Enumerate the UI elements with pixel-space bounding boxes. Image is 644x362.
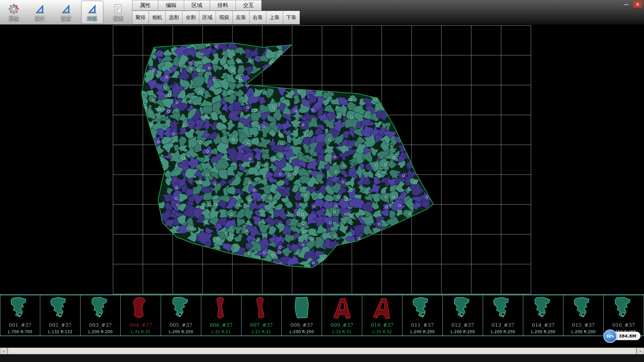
piece-thumbnail-9[interactable]: 009_#37L:32 R:31 bbox=[322, 295, 362, 336]
piece-id-label: 014_#37 bbox=[523, 322, 563, 328]
piece-shape bbox=[487, 295, 519, 321]
piece-lr-label: L:200 R:200 bbox=[483, 329, 523, 334]
piece-lr-label: L:200 R:200 bbox=[564, 329, 603, 334]
tool-align-left[interactable]: 左靠 bbox=[233, 11, 250, 24]
tab-attributes[interactable]: 属性 bbox=[132, 0, 158, 11]
tool-region[interactable]: 区域 bbox=[199, 11, 216, 24]
design-icon bbox=[35, 3, 45, 15]
piece-lr-label: L:200 R:200 bbox=[402, 329, 442, 334]
piece-id-label: 002_#37 bbox=[40, 322, 80, 328]
piece-thumbnail-strip: 001_#37L:700 R:700002_#37L:132 R:132003_… bbox=[0, 294, 644, 336]
memory-value: 384.8M bbox=[619, 334, 636, 339]
gear-icon bbox=[8, 3, 19, 15]
piece-thumbnail-10[interactable]: 010_#37L:33 R:32 bbox=[362, 295, 402, 336]
piece-shape bbox=[44, 295, 76, 321]
piece-id-label: 013_#37 bbox=[483, 322, 523, 328]
piece-shape bbox=[164, 294, 198, 321]
piece-id-label: 001_#37 bbox=[0, 322, 40, 328]
tool-defect[interactable]: 瑕疵 bbox=[216, 11, 233, 24]
mode-label-design: 设计 bbox=[35, 15, 45, 22]
memory-badge: 38% 384.8M bbox=[606, 331, 641, 340]
piece-thumbnail-5[interactable]: 005_#37L:200 R:200 bbox=[161, 295, 201, 336]
piece-thumbnail-1[interactable]: 001_#37L:700 R:700 bbox=[0, 295, 40, 336]
tab-edit[interactable]: 编辑 bbox=[158, 0, 184, 11]
tool-align-right[interactable]: 右靠 bbox=[250, 11, 266, 24]
piece-lr-label: L:200 R:200 bbox=[80, 329, 120, 334]
piece-id-label: 006_#37 bbox=[201, 322, 241, 328]
tab-nesting[interactable]: 排料 bbox=[210, 0, 236, 11]
piece-shape bbox=[366, 295, 399, 321]
tool-cut-all[interactable]: 全割 bbox=[182, 11, 199, 24]
piece-lr-label: L:132 R:132 bbox=[40, 329, 80, 334]
mode-label-system: 系统 bbox=[9, 15, 19, 22]
mode-button-design[interactable]: 设计 bbox=[29, 1, 51, 24]
piece-id-label: 005_#37 bbox=[161, 322, 201, 328]
scroll-left-button[interactable]: ‹ bbox=[0, 348, 7, 354]
window-controls: — × bbox=[622, 1, 642, 8]
piece-id-label: 016_#37 bbox=[604, 322, 644, 328]
piece-id-label: 003_#37 bbox=[80, 322, 120, 328]
piece-thumbnail-4[interactable]: 004_#37L:31 R:31 bbox=[121, 295, 161, 336]
piece-lr-label: L:700 R:700 bbox=[0, 329, 40, 334]
minimize-button[interactable]: — bbox=[622, 1, 631, 8]
scroll-right-button[interactable]: › bbox=[637, 348, 644, 354]
close-button[interactable]: × bbox=[633, 1, 642, 8]
piece-id-label: 010_#37 bbox=[362, 322, 402, 328]
nest-canvas-svg[interactable] bbox=[0, 24, 644, 294]
progress-circle: 38% bbox=[603, 329, 617, 343]
tab-region[interactable]: 区域 bbox=[184, 0, 210, 11]
tool-button-row: 聚排 相机 选割 全割 区域 瑕疵 左靠 右靠 上靠 下靠 bbox=[132, 11, 300, 24]
tool-cluster-nest[interactable]: 聚排 bbox=[132, 11, 149, 24]
mode-label-settings: 设置 bbox=[61, 15, 71, 22]
piece-shape bbox=[246, 295, 278, 321]
tool-camera[interactable]: 相机 bbox=[149, 11, 166, 24]
piece-lr-label: L:33 R:32 bbox=[362, 329, 402, 334]
piece-thumbnail-3[interactable]: 003_#37L:200 R:200 bbox=[80, 295, 121, 336]
piece-lr-label: L:31 R:31 bbox=[121, 329, 161, 334]
tab-interactive[interactable]: 交互 bbox=[236, 0, 262, 11]
mode-button-report[interactable]: 报表 bbox=[107, 1, 129, 24]
tool-select-cut[interactable]: 选割 bbox=[166, 11, 182, 24]
piece-id-label: 007_#37 bbox=[241, 322, 281, 328]
piece-shape bbox=[5, 296, 36, 320]
piece-thumbnail-6[interactable]: 006_#37L:21 R:21 bbox=[201, 295, 241, 336]
piece-thumbnail-8[interactable]: 008_#37L:200 R:200 bbox=[282, 295, 322, 336]
piece-shape bbox=[327, 296, 358, 320]
piece-lr-label: L:200 R:200 bbox=[443, 329, 483, 334]
piece-thumbnail-15[interactable]: 015_#37L:200 R:200 bbox=[564, 295, 604, 336]
piece-shape bbox=[206, 296, 237, 320]
menu-block: 属性 编辑 区域 排料 交互 聚排 相机 选割 全割 区域 瑕疵 左靠 右靠 上… bbox=[132, 0, 300, 24]
menu-tab-row: 属性 编辑 区域 排料 交互 bbox=[132, 0, 262, 11]
layout-icon bbox=[87, 3, 98, 15]
piece-lr-label: L:21 R:21 bbox=[201, 329, 241, 334]
piece-id-label: 009_#37 bbox=[322, 322, 362, 328]
ribbon: 系统 设计 bbox=[0, 0, 644, 24]
piece-lr-label: L:21 R:21 bbox=[241, 329, 281, 334]
mode-button-system[interactable]: 系统 bbox=[3, 1, 25, 24]
piece-shape bbox=[85, 295, 117, 321]
piece-shape bbox=[527, 295, 560, 321]
piece-lr-label: L:200 R:200 bbox=[282, 329, 322, 334]
piece-thumbnail-7[interactable]: 007_#37L:21 R:21 bbox=[241, 295, 282, 336]
tool-align-bottom[interactable]: 下靠 bbox=[283, 11, 300, 24]
piece-lr-label: L:200 R:200 bbox=[523, 329, 563, 334]
mode-button-layout[interactable]: 排版 bbox=[81, 1, 103, 24]
horizontal-scrollbar[interactable]: ‹ › bbox=[0, 348, 644, 354]
piece-id-label: 011_#37 bbox=[402, 322, 442, 328]
piece-thumbnail-14[interactable]: 014_#37L:200 R:200 bbox=[523, 295, 564, 336]
mode-label-report: 报表 bbox=[113, 15, 123, 22]
piece-thumbnail-11[interactable]: 011_#37L:200 R:200 bbox=[402, 295, 443, 336]
nest-canvas[interactable] bbox=[0, 24, 644, 294]
titlebar: — × bbox=[300, 0, 644, 24]
piece-id-label: 012_#37 bbox=[443, 322, 483, 328]
piece-id-label: 004_#37 bbox=[121, 322, 161, 328]
piece-thumbnail-12[interactable]: 012_#37L:200 R:200 bbox=[443, 295, 483, 336]
piece-thumbnail-13[interactable]: 013_#37L:200 R:200 bbox=[483, 295, 523, 336]
scrollbar-thumb[interactable] bbox=[8, 348, 636, 354]
piece-thumbnail-2[interactable]: 002_#37L:132 R:132 bbox=[40, 295, 80, 336]
piece-lr-label: L:32 R:31 bbox=[322, 329, 362, 334]
tool-align-top[interactable]: 上靠 bbox=[266, 11, 283, 24]
piece-shape bbox=[446, 295, 479, 321]
mode-button-settings[interactable]: 设置 bbox=[55, 1, 77, 24]
app-window: 系统 设计 bbox=[0, 0, 644, 362]
